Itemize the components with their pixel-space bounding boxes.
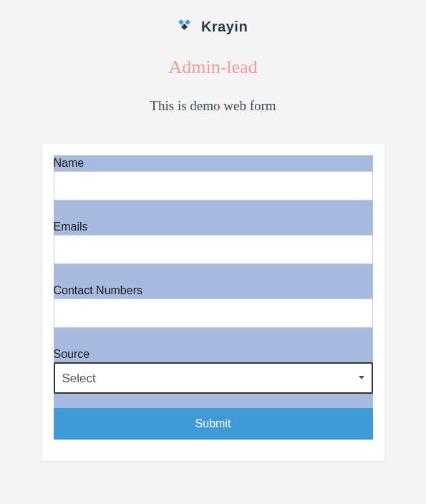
field-source: Source Select [54, 346, 373, 394]
label-emails: Emails [54, 219, 373, 235]
logo-text: Krayin [201, 19, 248, 35]
logo: Krayin [178, 19, 248, 35]
field-gap [54, 394, 373, 408]
form-inner: Name Emails Contact Numbers Source Selec… [54, 155, 373, 440]
label-contact-numbers: Contact Numbers [54, 283, 373, 299]
input-name[interactable] [54, 171, 373, 200]
select-source[interactable]: Select [54, 362, 373, 394]
label-source: Source [54, 346, 373, 362]
submit-button[interactable]: Submit [54, 408, 373, 440]
field-name: Name [54, 155, 373, 200]
svg-marker-2 [181, 24, 188, 30]
field-emails: Emails [54, 219, 373, 264]
field-gap [54, 264, 373, 283]
field-gap [54, 328, 373, 346]
field-contact-numbers: Contact Numbers [54, 283, 373, 328]
select-wrap: Select [54, 362, 373, 394]
svg-marker-1 [185, 19, 190, 25]
svg-marker-0 [178, 19, 184, 25]
krayin-diamond-icon [178, 19, 197, 35]
input-contact-numbers[interactable] [54, 299, 373, 328]
input-emails[interactable] [54, 235, 373, 264]
form-description: This is demo web form [150, 98, 276, 114]
field-gap [54, 200, 373, 219]
form-title: Admin-lead [168, 57, 257, 78]
form-card: Name Emails Contact Numbers Source Selec… [42, 144, 384, 461]
label-name: Name [54, 155, 373, 171]
page-container: Krayin Admin-lead This is demo web form … [0, 0, 426, 461]
